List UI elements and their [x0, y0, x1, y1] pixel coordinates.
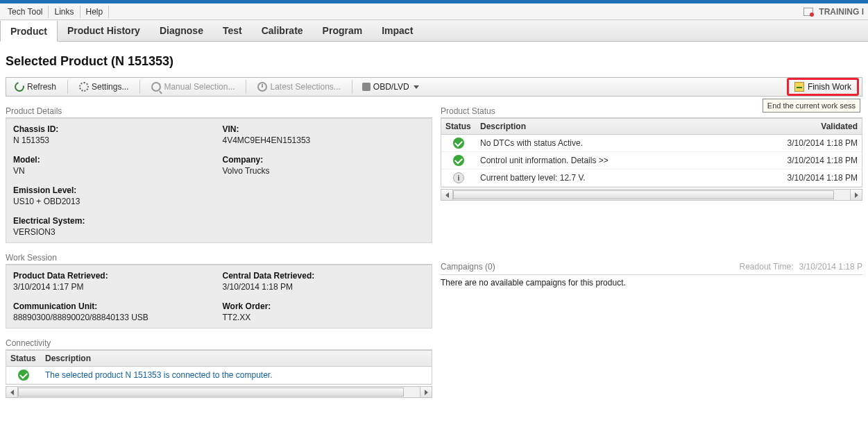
menu-techtool[interactable]: Tech Tool — [2, 6, 49, 18]
connectivity-row: The selected product N 151353 is connect… — [6, 367, 432, 384]
refresh-label: Refresh — [27, 82, 56, 92]
comm-unit-value: 88890300/88890020/88840133 USB — [13, 313, 216, 322]
campaigns-empty: There are no available campaigns for thi… — [441, 274, 862, 288]
connectivity-scrollbar[interactable] — [6, 386, 432, 398]
ok-icon — [453, 155, 464, 166]
settings-label: Settings... — [92, 82, 128, 92]
chevron-down-icon — [414, 85, 419, 89]
connectivity-heading: Connectivity — [6, 338, 432, 350]
scroll-right-button[interactable] — [850, 190, 862, 200]
tab-program[interactable]: Program — [313, 20, 373, 41]
info-icon: i — [453, 172, 464, 183]
chassis-label: Chassis ID: — [13, 124, 216, 134]
work-order-label: Work Order: — [223, 301, 425, 311]
scroll-thumb[interactable] — [18, 388, 404, 397]
chassis-value: N 151353 — [13, 135, 216, 145]
status-validated: 3/10/2014 1:18 PM — [772, 135, 862, 151]
finish-icon — [794, 82, 804, 92]
product-details-box: Chassis ID:N 151353 VIN:4V4MC9EH4EN15135… — [6, 118, 432, 243]
electrical-label: Electrical System: — [13, 216, 216, 226]
status-row[interactable]: Control unit information. Details >> 3/1… — [441, 152, 862, 169]
latest-label: Latest Selections... — [270, 82, 340, 92]
emission-label: Emission Level: — [13, 185, 216, 195]
status-row[interactable]: No DTCs with status Active. 3/10/2014 1:… — [441, 135, 862, 152]
readout-label: Readout Time: — [740, 262, 794, 272]
status-th-validated[interactable]: Validated — [772, 119, 862, 134]
ok-icon — [18, 370, 29, 381]
central-data-value: 3/10/2014 1:18 PM — [223, 282, 425, 292]
mode-label: OBD/LVD — [373, 82, 409, 92]
gear-icon — [79, 82, 89, 92]
product-status-table: Status Description Validated No DTCs wit… — [441, 118, 862, 188]
plug-icon — [362, 83, 371, 91]
conn-th-desc[interactable]: Description — [41, 351, 432, 366]
emission-value: US10 + OBD2013 — [13, 197, 216, 206]
product-data-value: 3/10/2014 1:17 PM — [13, 282, 216, 292]
toolbar: Refresh Settings... Manual Selection... … — [6, 77, 862, 97]
scroll-left-button[interactable] — [6, 387, 18, 397]
manual-label: Manual Selection... — [164, 82, 235, 92]
finish-work-button[interactable]: Finish Work — [787, 78, 859, 96]
status-row[interactable]: i Current battery level: 12.7 V. 3/10/20… — [441, 169, 862, 187]
toolbar-divider — [246, 80, 246, 94]
status-desc: No DTCs with status Active. — [476, 135, 772, 151]
company-value: Volvo Trucks — [223, 166, 425, 176]
menu-help[interactable]: Help — [80, 6, 110, 18]
connectivity-message[interactable]: The selected product N 151353 is connect… — [41, 367, 432, 383]
settings-button[interactable]: Settings... — [74, 81, 134, 93]
status-validated: 3/10/2014 1:18 PM — [772, 170, 862, 185]
arrow-left-icon — [445, 192, 449, 198]
finish-label: Finish Work — [808, 82, 851, 92]
page-title: Selected Product (N 151353) — [6, 54, 862, 69]
scroll-thumb[interactable] — [453, 190, 834, 199]
company-label: Company: — [223, 155, 425, 165]
tab-product[interactable]: Product — [0, 21, 58, 42]
arrow-right-icon — [855, 192, 858, 198]
refresh-icon — [12, 80, 26, 93]
scroll-right-button[interactable] — [420, 387, 432, 397]
status-desc: Control unit information. Details >> — [476, 153, 772, 168]
status-th-desc[interactable]: Description — [476, 119, 772, 134]
scroll-left-button[interactable] — [441, 190, 453, 200]
toolbar-divider — [67, 80, 68, 94]
product-data-label: Product Data Retrieved: — [13, 271, 216, 281]
readout-value: 3/10/2014 1:18 P — [799, 262, 862, 272]
comm-unit-label: Communication Unit: — [13, 301, 216, 311]
toolbar-divider — [352, 80, 352, 94]
menubar: Tech Tool Links Help TRAINING I — [0, 3, 868, 20]
product-details-heading: Product Details — [6, 106, 432, 118]
tab-diagnose[interactable]: Diagnose — [150, 20, 213, 41]
connectivity-table: Status Description The selected product … — [6, 350, 432, 385]
arrow-left-icon — [10, 390, 14, 395]
status-scrollbar[interactable] — [441, 189, 862, 201]
clock-icon — [257, 82, 267, 92]
campaigns-heading: Campaigns (0) — [441, 262, 495, 273]
toolbar-divider — [139, 80, 140, 94]
tab-calibrate[interactable]: Calibrate — [252, 20, 313, 41]
conn-th-status[interactable]: Status — [6, 351, 41, 366]
refresh-button[interactable]: Refresh — [9, 81, 62, 93]
ok-icon — [453, 138, 464, 149]
tab-impact[interactable]: Impact — [372, 20, 423, 41]
status-th-status[interactable]: Status — [441, 119, 476, 134]
work-session-box: Product Data Retrieved:3/10/2014 1:17 PM… — [6, 265, 432, 329]
tab-product-history[interactable]: Product History — [58, 20, 150, 41]
search-icon — [151, 82, 161, 92]
vin-value: 4V4MC9EH4EN151353 — [223, 135, 425, 145]
tab-test[interactable]: Test — [213, 20, 252, 41]
work-session-heading: Work Session — [6, 253, 432, 265]
notification-icon[interactable] — [803, 8, 813, 16]
mode-dropdown[interactable]: OBD/LVD — [358, 81, 423, 93]
arrow-right-icon — [425, 390, 428, 395]
latest-selections-button: Latest Selections... — [252, 81, 346, 93]
work-order-value: TT2.XX — [223, 313, 425, 322]
menu-links[interactable]: Links — [49, 6, 80, 18]
model-value: VN — [13, 166, 216, 176]
model-label: Model: — [13, 155, 216, 165]
finish-tooltip: End the current work sess — [763, 99, 860, 113]
manual-selection-button: Manual Selection... — [146, 81, 240, 93]
status-validated: 3/10/2014 1:18 PM — [772, 153, 862, 168]
user-label: TRAINING I — [819, 7, 864, 17]
status-desc: Current battery level: 12.7 V. — [476, 170, 772, 185]
main-tabbar: Product Product History Diagnose Test Ca… — [0, 20, 868, 42]
